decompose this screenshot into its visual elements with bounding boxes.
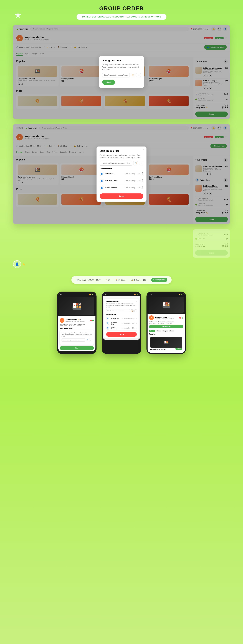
phone-link-input-1[interactable] xyxy=(62,338,85,342)
bottom-manage-btn[interactable]: ≡ Manage order xyxy=(151,278,168,282)
phone-discount-badge-1: D xyxy=(90,320,92,321)
phone-member-remove-3[interactable]: × xyxy=(136,327,137,329)
phone-share-btn-1[interactable]: ↗ xyxy=(90,339,92,342)
phone-link-row-2: 📋 ↗ xyxy=(106,309,137,312)
ghost-delivery-price-label: Delivery Price xyxy=(198,232,213,234)
copy-btn-1[interactable]: 📋 xyxy=(131,73,135,77)
phone-worked-val-3: 09:00 - 23:00 xyxy=(149,322,157,324)
user-star-section: 👤 ⭐ xyxy=(0,260,243,274)
phone-star-1: ★ xyxy=(78,319,79,320)
share-btn-1[interactable]: ↗ xyxy=(136,73,141,77)
phone-member-1: 👤 Antonio Ban. He is choosing — $12 × xyxy=(106,316,137,321)
app-window-1: 🍃 foodyman 📍 Delivery address San Franci… xyxy=(13,25,230,119)
phone-member-avatar-1: 👤 xyxy=(106,317,110,320)
modal-cancel-btn-2[interactable]: Cancel xyxy=(100,194,143,199)
phone-link-input-2[interactable] xyxy=(106,309,130,312)
phone-worked-hours-3: Worked hours 09:00 - 23:00 xyxy=(149,321,157,324)
member-status-3: He is choosing — $45 xyxy=(125,187,140,189)
phone-info-row-3: Worked hours 09:00 - 23:00 Delivery time… xyxy=(149,321,183,324)
ghost-service-details: Servic fee xyxy=(198,238,205,240)
group-link-input-1[interactable] xyxy=(102,73,130,78)
phone-start-btn-1[interactable]: Start xyxy=(60,346,94,350)
phone-badges-1: D P xyxy=(90,320,94,321)
phone-rest-name-1: Yaponamama xyxy=(66,319,77,321)
battery-icon-2: 🔋 xyxy=(136,294,138,295)
ghost-total-amount: Total $35,5 xyxy=(222,243,228,248)
user-star-deco: 👤 ⭐ xyxy=(13,260,230,268)
bottom-delivery-cost-text: Delivery — $12 xyxy=(134,279,146,281)
ghost-delivery-icon: 🚶 xyxy=(195,233,197,235)
member-remove-1[interactable]: × xyxy=(142,172,143,175)
star-deco-2: ⭐ xyxy=(22,262,26,266)
phone-manage-btn-3[interactable]: Manage order xyxy=(149,325,183,328)
copy-btn-2[interactable]: 📋 xyxy=(133,161,138,166)
group-link-input-2[interactable] xyxy=(100,161,132,166)
phone-modal-title-2: Start group order xyxy=(106,300,137,302)
ghost-service-row: 🟢 Servic fee $2 xyxy=(195,237,228,241)
phone-del-price-label-3: Delivery price xyxy=(166,321,174,322)
group-order-modal-2: × Start group order You fully manage the… xyxy=(96,146,146,202)
bottom-manage-icon: ≡ xyxy=(153,279,154,281)
phone-info-row-1: Worked hours 09:00 - 23:00 Delivery time… xyxy=(60,324,94,326)
ghost-time-val: Today, 12:00 xyxy=(195,245,205,247)
modal-overlay-2: × Start group order You fully manage the… xyxy=(13,124,230,224)
phone-hero-img-1: 🍱 xyxy=(59,297,94,315)
phone-copy-btn-2[interactable]: 📋 xyxy=(131,310,134,312)
phone-worked-val-1: 09:00 - 23:00 xyxy=(60,325,68,326)
phone-member-remove-1[interactable]: × xyxy=(136,317,137,319)
phone-del-time-val-1: 25 - 35 min xyxy=(69,325,76,326)
phone-rest-name-row-1: Yaponamama ★ 5.0 xyxy=(66,319,85,321)
modal-desc-2: You fully manage the order and confirm t… xyxy=(100,154,143,159)
phone-del-time-label-1: Delivery time xyxy=(69,324,76,325)
phone-tab-popular-3[interactable]: Popular xyxy=(149,330,155,332)
member-avatar-3: 👤 xyxy=(100,186,104,190)
phone-rest-sub-3: Under $39 + Bonus Coca Cola Fresh xyxy=(155,318,174,320)
phone-status-icons-2: 📶 🔋 xyxy=(134,294,138,295)
phone-member-name-2: Belikman Oscar xyxy=(111,322,120,325)
phone-time-1: 9:41 xyxy=(60,294,63,295)
bottom-walk-icon: 🚶 xyxy=(116,279,118,281)
phone-popular-badge-1: P xyxy=(92,320,94,321)
phone-status-icons-3: 📶 🔋 xyxy=(178,294,183,295)
phone-worked-hours-1: Worked hours 09:00 - 23:00 xyxy=(60,324,68,326)
link-input-row-1: 📋 ↗ xyxy=(102,73,141,78)
phone-cancel-btn-2[interactable]: Cancel xyxy=(106,332,137,337)
member-name-2: Belikman Oscar xyxy=(105,180,124,182)
phone-del-price-val-1: From $12 xyxy=(77,325,85,326)
ghost-total-label: Total xyxy=(222,243,228,245)
phone-copy-btn-1[interactable]: 📋 xyxy=(86,339,89,342)
phone-rating-3: 5.0 xyxy=(169,316,170,318)
phone-group-member-label-2: Group member xyxy=(106,314,137,315)
phone-modal-close-2[interactable]: × xyxy=(136,300,137,302)
modal-start-btn-1[interactable]: Start xyxy=(102,80,115,85)
ghost-delivery-row: 🚶 Delivery Price Teriyaki Chicken, Avoca… xyxy=(195,232,228,237)
phone-member-remove-2[interactable]: × xyxy=(136,322,137,324)
phone-worked-label-1: Worked hours xyxy=(60,324,68,325)
phone-1: 9:41 📶 🔋 🍱 Y Yaponamama ★ 5.0 xyxy=(57,292,96,354)
star-decoration-1: ★ xyxy=(14,10,22,20)
bottom-clock-icon: 🕐 xyxy=(76,279,78,281)
phone-screen-3: 9:41 📶 🔋 🍱 Y Yaponamama ★ 5.0 xyxy=(148,292,185,353)
phone-nav-tabs-3: Popular Pizza Burger Sushi xyxy=(149,330,183,332)
phone-section-start-1: Start group order xyxy=(60,328,94,329)
phone-share-btn-2[interactable]: ↗ xyxy=(134,310,137,312)
phone-tab-pizza-3[interactable]: Pizza xyxy=(156,330,161,332)
phone-tab-burger-3[interactable]: Burger xyxy=(162,330,168,332)
modal-close-btn-2[interactable]: × xyxy=(143,148,144,151)
member-remove-3[interactable]: × xyxy=(142,186,143,189)
phone-del-price-3: Delivery price From $12 xyxy=(166,321,174,324)
modal-close-btn-1[interactable]: × xyxy=(140,58,142,61)
phone-popular-badge-3: P xyxy=(182,317,183,318)
member-remove-2[interactable]: × xyxy=(142,180,143,182)
ghost-total-time: Time delivery Today, 12:00 xyxy=(195,244,205,247)
member-status-1: He is choosing — $12 xyxy=(125,173,140,175)
phone-tab-sushi-3[interactable]: Sushi xyxy=(169,330,174,332)
member-avatar-2: 👤 xyxy=(100,179,104,183)
phone-modal-2: × Start group order You fully manage the… xyxy=(104,298,138,338)
ghost-service-fee-label: Servic fee xyxy=(198,238,205,240)
phone-cart-price-btn-3[interactable]: $40.18 xyxy=(176,348,182,350)
phone-badges-3: D P xyxy=(179,317,183,318)
phone-food-img-1: 🍱 xyxy=(58,296,96,316)
share-btn-2[interactable]: ↗ xyxy=(139,161,143,166)
phone-product-card-3[interactable]: 🍱 California with sesame $40.18 xyxy=(149,336,183,351)
